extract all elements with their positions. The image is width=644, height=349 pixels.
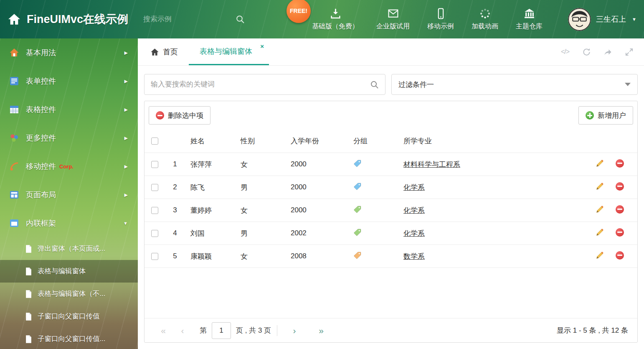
column-header-gender: 性别	[236, 136, 286, 146]
sidebar-menu-item[interactable]: 表单控件 ▶	[0, 67, 138, 95]
header-search[interactable]	[143, 15, 227, 24]
column-header-major: 所学专业	[398, 136, 591, 146]
sidebar-menu-item[interactable]: 页面布局 ▶	[0, 181, 138, 209]
chevron-down-icon	[625, 83, 631, 86]
cell-year: 2000	[286, 206, 348, 214]
delete-selected-button[interactable]: 删除选中项	[149, 106, 210, 125]
refresh-icon[interactable]	[581, 47, 591, 57]
delete-icon[interactable]	[616, 228, 624, 237]
page-number-input[interactable]	[212, 322, 231, 339]
header-nav-item[interactable]: 企业版试用	[368, 8, 418, 31]
filter-dropdown[interactable]: 过滤条件一	[391, 74, 638, 95]
sidebar-sub-item[interactable]: 表格与编辑窗体（不...	[0, 283, 138, 305]
add-user-button[interactable]: 新增用户	[578, 106, 633, 125]
major-link[interactable]: 材料科学与工程系	[403, 160, 460, 168]
next-page-button[interactable]: ›	[285, 326, 304, 336]
plus-circle-icon	[586, 111, 594, 120]
sidebar-menu-item[interactable]: 更多控件 ▶	[0, 124, 138, 152]
tab-home[interactable]: 首页	[139, 38, 189, 65]
chevron-down-icon: ▼	[632, 17, 636, 22]
sidebar-sub-item[interactable]: 表格与编辑窗体	[0, 260, 138, 283]
search-icon[interactable]	[236, 15, 245, 24]
search-icon[interactable]	[370, 80, 379, 89]
tag-icon	[353, 182, 362, 191]
home-icon	[150, 48, 159, 56]
cell-gender: 女	[236, 160, 286, 169]
header-search-input[interactable]	[143, 15, 236, 23]
home-menu-icon	[9, 48, 19, 58]
edit-icon[interactable]	[596, 159, 604, 168]
tag-icon	[353, 159, 362, 168]
tab-grid-edit-window[interactable]: 表格与编辑窗体 ×	[189, 38, 269, 65]
share-icon[interactable]	[603, 47, 613, 57]
major-link[interactable]: 数学系	[403, 252, 425, 260]
column-header-group: 分组	[348, 136, 398, 146]
keyword-search-input[interactable]	[151, 80, 370, 89]
table-row: 5 康颖颖 女 2008 数学系	[145, 245, 637, 268]
filter-dropdown-value: 过滤条件一	[398, 80, 434, 89]
edit-icon[interactable]	[596, 228, 604, 237]
chevron-right-icon: ▶	[124, 50, 128, 56]
cell-year: 2002	[286, 229, 348, 237]
first-page-button[interactable]: «	[154, 326, 173, 336]
table-empty-space	[145, 268, 637, 318]
delete-icon[interactable]	[616, 251, 624, 260]
edit-icon[interactable]	[596, 205, 604, 214]
layout-menu-icon	[9, 190, 19, 200]
close-icon[interactable]: ×	[260, 43, 264, 49]
row-checkbox[interactable]	[151, 230, 158, 237]
main-area: 首页 表格与编辑窗体 × </>	[138, 38, 644, 349]
tab-label: 首页	[163, 47, 178, 57]
row-index: 3	[165, 206, 185, 214]
delete-icon[interactable]	[616, 182, 624, 191]
user-menu[interactable]: 三生石上 ▼	[568, 0, 636, 38]
tag-icon	[353, 205, 362, 214]
select-all-checkbox[interactable]	[151, 138, 158, 145]
header-nav-item[interactable]: 基础版（免费）	[303, 8, 368, 31]
table-body: 1 张萍萍 女 2000 材料科学与工程系 2 陈飞 男 2000 化学系	[145, 153, 637, 268]
sidebar-menu-item[interactable]: 基本用法 ▶	[0, 38, 138, 67]
row-checkbox[interactable]	[151, 184, 158, 191]
sidebar-menu-item[interactable]: 表格控件 ▶	[0, 95, 138, 124]
header-nav-item[interactable]: 移动示例	[418, 8, 463, 31]
mobile-menu-icon	[9, 161, 19, 171]
sidebar-sub-item[interactable]: 子窗口向父窗口传值...	[0, 328, 138, 349]
prev-page-button[interactable]: ‹	[173, 326, 192, 336]
cell-gender: 女	[236, 252, 286, 261]
header-nav-item[interactable]: 主题仓库	[507, 8, 551, 31]
row-index: 4	[165, 229, 185, 237]
bank-icon	[524, 8, 535, 19]
tag-icon	[353, 251, 362, 260]
row-checkbox[interactable]	[151, 161, 158, 168]
major-link[interactable]: 化学系	[403, 206, 425, 214]
edit-icon[interactable]	[596, 251, 604, 260]
cell-gender: 男	[236, 229, 286, 238]
home-icon[interactable]	[8, 13, 21, 26]
page-prefix-label: 第	[200, 326, 207, 335]
major-link[interactable]: 化学系	[403, 183, 425, 191]
keyword-search-box[interactable]	[144, 74, 385, 95]
row-checkbox[interactable]	[151, 207, 158, 214]
cell-year: 2000	[286, 160, 348, 168]
sidebar-menu-item[interactable]: 内联框架 ▼	[0, 209, 138, 237]
sidebar-sub-item[interactable]: 弹出窗体（本页面或...	[0, 237, 138, 260]
content-area: 过滤条件一 删除选中项 新增用户	[138, 66, 644, 349]
cell-year: 2000	[286, 183, 348, 191]
sidebar-menu-item[interactable]: 移动控件 Corp. ▶	[0, 152, 138, 181]
page-suffix-label: 页 , 共 3 页	[236, 326, 271, 335]
cell-name: 董婷婷	[185, 206, 236, 215]
delete-icon[interactable]	[616, 205, 624, 214]
row-checkbox[interactable]	[151, 253, 158, 260]
delete-icon[interactable]	[616, 159, 624, 168]
table-row: 4 刘国 男 2002 化学系	[145, 222, 637, 245]
major-link[interactable]: 化学系	[403, 229, 425, 237]
app-title: FineUIMvc在线示例	[27, 12, 128, 27]
source-code-icon[interactable]: </>	[560, 47, 570, 57]
user-avatar[interactable]	[568, 8, 591, 31]
last-page-button[interactable]: »	[312, 326, 331, 336]
header-nav-item[interactable]: 加载动画	[463, 8, 507, 31]
edit-icon[interactable]	[596, 182, 604, 191]
sidebar-sub-item[interactable]: 子窗口向父窗口传值	[0, 305, 138, 328]
filter-row: 过滤条件一	[144, 74, 638, 95]
expand-icon[interactable]	[624, 47, 634, 57]
